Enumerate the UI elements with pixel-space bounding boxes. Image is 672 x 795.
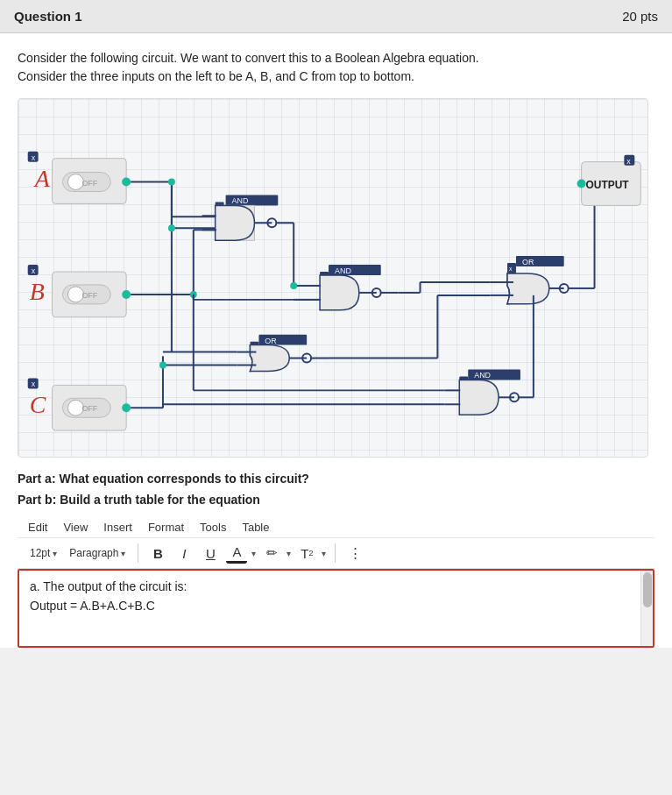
more-options-button[interactable]: ⋮: [344, 543, 365, 564]
font-color-button[interactable]: A: [226, 543, 247, 564]
svg-point-9: [122, 178, 131, 187]
svg-text:AND: AND: [474, 371, 491, 380]
svg-text:A: A: [33, 165, 51, 192]
editor-menu-bar: Edit View Insert Format Tools Table: [18, 514, 654, 538]
menu-table[interactable]: Table: [242, 521, 269, 534]
highlight-chevron[interactable]: ▾: [286, 549, 291, 558]
italic-button[interactable]: I: [173, 543, 195, 564]
svg-text:OFF: OFF: [81, 404, 97, 413]
menu-edit[interactable]: Edit: [28, 521, 47, 534]
menu-tools[interactable]: Tools: [200, 521, 226, 534]
main-content: Consider the following circuit. We want …: [0, 33, 672, 648]
problem-line1: Consider the following circuit. We want …: [18, 49, 654, 67]
superscript-button[interactable]: T2: [296, 543, 317, 564]
svg-text:AND: AND: [335, 266, 351, 275]
superscript-chevron[interactable]: ▾: [322, 549, 326, 558]
scrollbar[interactable]: [640, 571, 653, 646]
svg-point-96: [159, 362, 166, 369]
svg-text:C: C: [30, 391, 46, 418]
svg-point-84: [577, 180, 586, 188]
highlight-group: ✏ ▾: [261, 543, 291, 564]
toolbar-separator-2: [335, 543, 336, 563]
font-size-selector[interactable]: 12pt ▾: [26, 545, 60, 561]
font-color-group: A ▾: [226, 543, 256, 564]
font-size-value: 12pt: [30, 547, 50, 559]
paragraph-style-selector[interactable]: Paragraph ▾: [66, 545, 129, 561]
svg-point-107: [168, 179, 175, 186]
circuit-diagram: A B C x OFF: [18, 98, 648, 458]
svg-text:OUTPUT: OUTPUT: [586, 179, 630, 191]
superscript-group: T2 ▾: [296, 543, 326, 564]
svg-text:OR: OR: [522, 258, 534, 266]
svg-text:B: B: [30, 278, 45, 305]
svg-text:OFF: OFF: [81, 291, 97, 300]
question-title: Question 1: [14, 9, 82, 24]
text-editor[interactable]: a. The output of the circuit is: Output …: [18, 569, 654, 648]
font-color-chevron[interactable]: ▾: [251, 549, 256, 558]
problem-text: Consider the following circuit. We want …: [18, 49, 654, 86]
editor-content: a. The output of the circuit is: Output …: [30, 579, 642, 613]
svg-text:x: x: [509, 266, 513, 272]
question-header: Question 1 20 pts: [0, 0, 672, 33]
svg-point-20: [122, 290, 131, 299]
highlight-button[interactable]: ✏: [261, 543, 282, 564]
font-size-chevron: ▾: [53, 549, 57, 558]
svg-text:x: x: [32, 380, 36, 388]
toolbar-separator-1: [138, 543, 138, 563]
problem-line2: Consider the three inputs on the left to…: [18, 67, 654, 86]
svg-point-108: [168, 224, 175, 231]
svg-point-28: [122, 403, 131, 412]
paragraph-value: Paragraph: [69, 547, 118, 559]
svg-text:OFF: OFF: [81, 179, 97, 188]
svg-text:x: x: [32, 153, 36, 162]
editor-line-2: Output = A.B+A.C+B.C: [30, 599, 628, 613]
scrollbar-thumb[interactable]: [643, 572, 652, 607]
paragraph-chevron: ▾: [121, 549, 125, 558]
editor-toolbar: 12pt ▾ Paragraph ▾ B I U A ▾ ✏ ▾: [18, 538, 654, 569]
svg-text:OR: OR: [265, 337, 277, 345]
svg-text:AND: AND: [232, 196, 249, 205]
part-a-label: Part a: What equation corresponds to thi…: [18, 472, 654, 486]
svg-point-86: [290, 282, 297, 289]
underline-button[interactable]: U: [200, 543, 221, 564]
menu-format[interactable]: Format: [148, 521, 184, 534]
menu-view[interactable]: View: [63, 521, 88, 534]
menu-insert[interactable]: Insert: [103, 521, 132, 534]
svg-text:x: x: [32, 266, 36, 275]
editor-line-1: a. The output of the circuit is:: [30, 579, 628, 593]
question-points: 20 pts: [622, 9, 658, 24]
bold-button[interactable]: B: [147, 543, 168, 564]
svg-text:x: x: [626, 157, 631, 166]
part-b-label: Part b: Build a truth table for the equa…: [18, 493, 654, 507]
